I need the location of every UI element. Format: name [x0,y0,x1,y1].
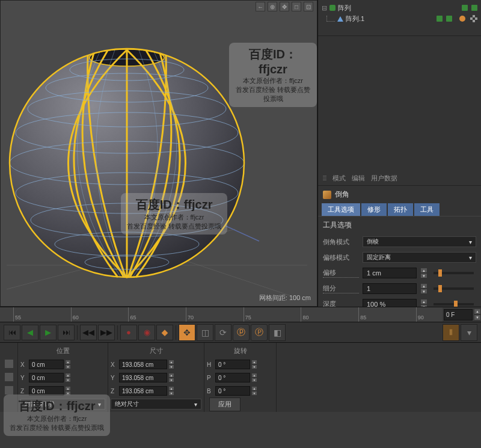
film-icon[interactable]: ⦀ [443,324,459,341]
play-backward-button[interactable]: ◀ [22,325,38,340]
render-toggle[interactable] [446,16,452,22]
offset-slider[interactable] [434,272,474,274]
prev-key-button[interactable]: ◀◀ [80,325,97,340]
size-header: 尺寸 [150,346,163,355]
sphere-model [7,13,307,301]
section-tool-options: 工具选项 [318,216,481,234]
object-hierarchy[interactable]: ⊟ 阵列 阵列.1 [318,0,481,36]
goto-start-button[interactable]: ⏮ [4,325,20,340]
next-key-button[interactable]: ▶▶ [98,325,115,340]
pos-header: 位置 [57,346,70,355]
visibility-toggle[interactable] [437,16,443,22]
current-frame-input[interactable] [444,309,473,321]
apply-button[interactable]: 应用 [209,397,240,411]
param-p-icon[interactable]: Ⓟ [251,324,268,341]
attribute-manager: ⦙⦙⦙ 模式 编辑 用户数据 倒角 工具选项 修形 拓扑 工具 工具选项 [318,171,481,307]
goto-end-button[interactable]: ⏭ [58,325,75,340]
bevel-mode-dropdown[interactable]: 倒棱▾ [363,236,476,247]
subdivision-input[interactable] [363,283,417,294]
tick: 85 [358,307,366,322]
offset-mode-dropdown[interactable]: 固定距离▾ [363,252,476,263]
layer-dot[interactable] [459,16,465,22]
object-mode-dropdown[interactable]: 对象 (相对)▾ [20,399,105,410]
visibility-toggle[interactable] [462,5,468,11]
extra-tool-icon[interactable]: ◧ [269,324,286,341]
depth-slider[interactable] [434,303,474,305]
size-y-input[interactable] [119,373,167,382]
tick: 75 [244,307,251,322]
pos-x-input[interactable] [29,360,64,369]
tick: 60 [71,307,79,322]
rot-lock-icon[interactable] [5,386,13,394]
depth-input[interactable] [363,299,417,307]
play-forward-button[interactable]: ▶ [40,325,57,340]
array-icon [329,5,335,11]
pos-y-input[interactable] [29,373,64,382]
bevel-tool-icon [323,191,331,199]
viewport[interactable]: ← ⊕ ✥ □ ⊡ [0,0,317,307]
tick: 70 [186,307,194,322]
offset-label: 偏移 [323,268,359,278]
transform-panel: 位置 X▲▼ Y▲▼ Z▲▼ 对象 (相对)▾ 尺寸 X▲▼ Y▲▼ Z▲▼ 绝… [0,343,481,412]
offset-mode-label: 偏移模式 [323,253,359,262]
menu-mode[interactable]: 模式 [332,174,346,183]
menu-userdata[interactable]: 用户数据 [371,174,397,183]
rot-header: 旋转 [234,346,247,355]
tab-topology[interactable]: 拓扑 [388,203,413,216]
scale-tool-icon[interactable]: ◫ [197,324,213,341]
pos-z-input[interactable] [29,386,64,396]
tick: 90 [416,307,424,322]
hierarchy-item[interactable]: ⊟ 阵列 [322,2,477,13]
rot-b-input[interactable] [215,386,250,396]
rot-p-input[interactable] [215,373,250,382]
pos-lock-icon[interactable] [5,360,13,368]
offset-input[interactable] [363,268,417,278]
render-toggle[interactable] [471,5,477,11]
autokey-button[interactable]: ◉ [138,325,155,340]
record-button[interactable]: ● [120,325,137,340]
playback-controls: ⏮ ◀ ▶ ⏭ ◀◀ ▶▶ ● ◉ ◆ ✥ ◫ ⟳ ⓟ Ⓟ ◧ ⦀ ▾ [0,322,481,343]
bevel-mode-label: 倒角模式 [323,238,359,247]
size-mode-dropdown[interactable]: 绝对尺寸▾ [111,399,201,410]
rotate-tool-icon[interactable]: ⟳ [215,324,231,341]
subdivision-slider[interactable] [434,287,474,290]
keyframe-button[interactable]: ◆ [156,325,173,340]
depth-label: 深度 [323,299,359,307]
hierarchy-item[interactable]: 阵列.1 [322,13,477,24]
size-lock-icon[interactable] [5,373,13,381]
attr-menu-bar: ⦙⦙⦙ 模式 编辑 用户数据 [318,171,481,186]
hierarchy-label: 阵列.1 [346,14,364,23]
hierarchy-label: 阵列 [338,4,351,13]
size-x-input[interactable] [119,360,167,369]
tab-tools[interactable]: 工具 [414,203,440,216]
rot-h-input[interactable] [215,360,250,369]
grid-spacing-label: 网格间距: 100 cm [259,293,311,302]
texture-tag[interactable] [470,15,477,22]
subdivision-spinner[interactable]: ▲▼ [420,283,427,294]
param-icon[interactable]: ⓟ [233,324,250,341]
child-icon [337,16,343,22]
tick: 55 [13,307,21,322]
offset-spinner[interactable]: ▲▼ [420,268,427,278]
timeline-ruler[interactable]: 55 60 65 70 75 80 85 90 [0,307,443,322]
frame-spinner[interactable]: ▲▼ [474,308,481,321]
tick: 65 [128,307,136,322]
attr-title: 倒角 [335,189,349,200]
size-z-input[interactable] [119,386,167,396]
move-tool-icon[interactable]: ✥ [179,324,195,341]
dropdown-icon[interactable]: ▾ [461,324,477,341]
subdivision-label: 细分 [323,284,359,293]
timeline[interactable]: 55 60 65 70 75 80 85 90 ▲▼ [0,307,481,322]
tab-tool-options[interactable]: 工具选项 [322,203,360,216]
tick: 80 [301,307,308,322]
tab-modifier[interactable]: 修形 [361,203,387,216]
menu-edit[interactable]: 编辑 [352,174,365,183]
depth-spinner[interactable]: ▲▼ [420,299,427,307]
